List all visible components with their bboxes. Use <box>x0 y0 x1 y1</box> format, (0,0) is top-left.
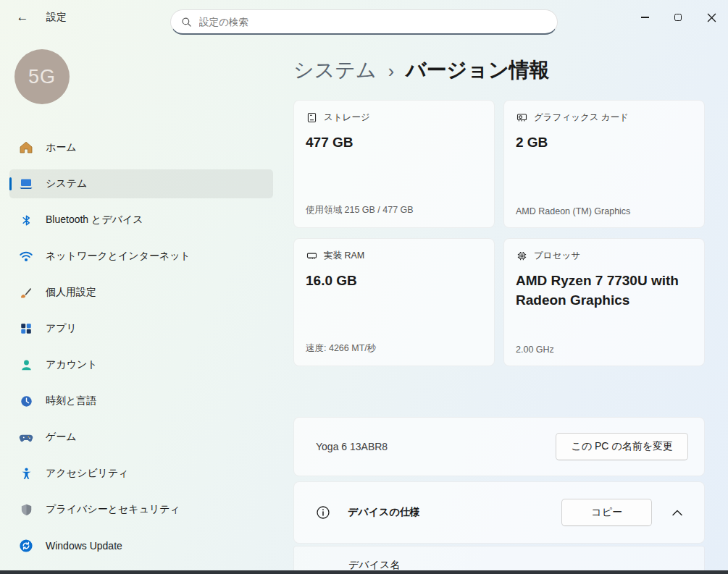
processor-card: プロセッサ AMD Ryzen 7 7730U with Radeon Grap… <box>503 238 705 366</box>
device-name: Yoga 6 13ABR8 <box>316 441 388 452</box>
accounts-icon <box>18 357 34 373</box>
card-title: ストレージ <box>324 111 370 124</box>
rename-pc-button[interactable]: この PC の名前を変更 <box>556 433 688 460</box>
personalization-icon <box>18 284 34 300</box>
sidebar-item-privacy-security[interactable]: プライバシーとセキュリティ <box>9 495 273 524</box>
sidebar-item-label: 時刻と言語 <box>46 394 96 408</box>
main-content: システム › バージョン情報 ストレージ 477 GB 使用領域 215 GB … <box>283 35 728 574</box>
card-value: 2 GB <box>516 133 693 153</box>
card-title: グラフィックス カード <box>534 111 629 124</box>
sidebar-item-system[interactable]: システム <box>9 169 273 198</box>
device-specs-title: デバイスの仕様 <box>348 506 420 519</box>
sidebar-item-windows-update[interactable]: Windows Update <box>9 531 273 560</box>
card-subtext: AMD Radeon (TM) Graphics <box>516 206 693 216</box>
sidebar: 5G ホーム システム Bluetooth とデバイス ネットワークとインタ <box>0 35 283 574</box>
page-title: バージョン情報 <box>406 56 550 84</box>
card-value: 16.0 GB <box>306 271 482 291</box>
cpu-icon <box>516 250 527 262</box>
ram-card-header: 実装 RAM <box>306 250 482 262</box>
chevron-up-icon[interactable] <box>672 510 682 516</box>
breadcrumb-separator-icon: › <box>388 59 394 82</box>
sidebar-item-home[interactable]: ホーム <box>9 133 273 162</box>
storage-card-header: ストレージ <box>306 111 482 124</box>
card-subtext: 速度: 4266 MT/秒 <box>306 342 482 355</box>
sidebar-nav: ホーム システム Bluetooth とデバイス ネットワークとインターネット <box>9 133 273 560</box>
apps-icon <box>18 321 34 337</box>
close-button[interactable] <box>695 0 728 35</box>
card-title: プロセッサ <box>534 250 580 262</box>
sidebar-item-label: プライバシーとセキュリティ <box>46 503 180 516</box>
privacy-icon <box>18 502 34 518</box>
window-bottom-edge <box>0 570 728 574</box>
storage-card: ストレージ 477 GB 使用領域 215 GB / 477 GB <box>293 100 495 228</box>
ram-card: 実装 RAM 16.0 GB 速度: 4266 MT/秒 <box>293 238 495 366</box>
card-value: 477 GB <box>306 133 482 153</box>
card-subtext: 使用領域 215 GB / 477 GB <box>306 204 482 216</box>
storage-icon <box>306 112 317 124</box>
sidebar-item-label: Bluetooth とデバイス <box>46 214 143 227</box>
sidebar-item-accessibility[interactable]: アクセシビリティ <box>9 459 273 488</box>
back-arrow-icon: ← <box>17 10 29 25</box>
card-title: 実装 RAM <box>324 250 364 262</box>
sidebar-item-label: ホーム <box>46 141 77 154</box>
maximize-button[interactable] <box>661 0 695 35</box>
search-input[interactable] <box>199 17 547 28</box>
sidebar-item-personalization[interactable]: 個人用設定 <box>9 278 273 307</box>
minimize-button[interactable] <box>628 0 661 35</box>
spec-cards-grid: ストレージ 477 GB 使用領域 215 GB / 477 GB グラフィック… <box>293 100 705 366</box>
window-controls <box>628 0 728 35</box>
home-icon <box>18 140 34 156</box>
processor-card-header: プロセッサ <box>516 250 693 262</box>
avatar[interactable]: 5G <box>14 49 70 104</box>
sidebar-item-accounts[interactable]: アカウント <box>9 350 273 379</box>
info-icon <box>316 505 330 520</box>
avatar-label: 5G <box>28 66 56 88</box>
sidebar-item-network-internet[interactable]: ネットワークとインターネット <box>9 242 273 271</box>
breadcrumb: システム › バージョン情報 <box>293 56 705 84</box>
device-name-card: Yoga 6 13ABR8 この PC の名前を変更 <box>293 417 705 476</box>
sidebar-item-label: ゲーム <box>46 431 77 444</box>
gpu-icon <box>516 112 527 124</box>
sidebar-item-label: 個人用設定 <box>46 286 96 299</box>
sidebar-item-bluetooth-devices[interactable]: Bluetooth とデバイス <box>9 206 273 235</box>
copy-button[interactable]: コピー <box>561 499 652 526</box>
back-button[interactable]: ← <box>10 7 35 28</box>
close-icon <box>707 13 716 22</box>
time-language-icon <box>18 393 34 409</box>
graphics-card-card: グラフィックス カード 2 GB AMD Radeon (TM) Graphic… <box>503 100 705 228</box>
ram-icon <box>306 250 317 262</box>
device-specs-expander[interactable]: デバイスの仕様 コピー <box>293 481 705 544</box>
graphics-card-header: グラフィックス カード <box>516 111 693 124</box>
sidebar-item-apps[interactable]: アプリ <box>9 314 273 343</box>
windows-update-icon <box>18 538 34 554</box>
search-box[interactable] <box>170 9 558 35</box>
sidebar-item-time-language[interactable]: 時刻と言語 <box>9 387 273 415</box>
system-icon <box>18 176 34 192</box>
network-icon <box>18 248 34 264</box>
bluetooth-icon <box>18 212 34 228</box>
card-subtext: 2.00 GHz <box>516 345 693 355</box>
maximize-icon <box>674 14 682 21</box>
titlebar: ← 設定 <box>0 0 728 35</box>
search-icon <box>181 17 192 28</box>
sidebar-item-label: アプリ <box>46 322 77 335</box>
sidebar-item-label: ネットワークとインターネット <box>46 250 191 263</box>
minimize-icon <box>641 17 649 17</box>
accessibility-icon <box>18 465 34 481</box>
sidebar-item-gaming[interactable]: ゲーム <box>9 423 273 452</box>
app-title: 設定 <box>46 11 67 24</box>
sidebar-item-label: システム <box>46 177 87 190</box>
gaming-icon <box>18 429 34 445</box>
breadcrumb-system-link[interactable]: システム <box>293 56 377 84</box>
sidebar-item-label: Windows Update <box>46 540 122 552</box>
sidebar-item-label: アカウント <box>46 358 98 371</box>
card-value: AMD Ryzen 7 7730U with Radeon Graphics <box>516 271 693 310</box>
sidebar-item-label: アクセシビリティ <box>46 467 129 480</box>
